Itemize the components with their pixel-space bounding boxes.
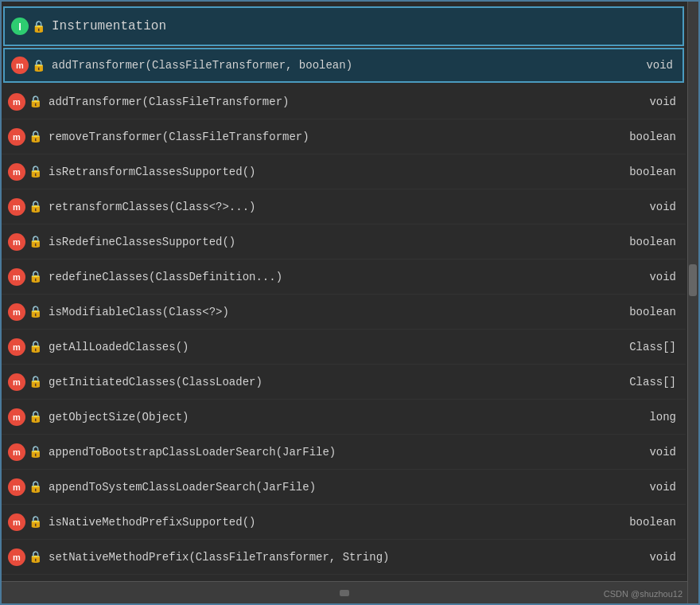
lock-icon: 🔒 — [29, 340, 42, 353]
method-badge: m — [8, 408, 25, 426]
return-type: boolean — [612, 131, 676, 143]
return-type: Class[] — [612, 376, 676, 388]
lock-icon: 🔒 — [29, 410, 42, 424]
return-type: Class[] — [612, 341, 676, 353]
interface-row: I 🔒 Instrumentation — [3, 6, 684, 46]
method-list: I 🔒 Instrumentation m🔒addTransformer(Cla… — [2, 2, 698, 578]
method-name: appendToSystemClassLoaderSearch(JarFile) — [49, 481, 612, 494]
table-row[interactable]: m🔒isRetransformClassesSupported()boolean — [2, 154, 686, 189]
method-badge: m — [8, 303, 25, 321]
table-row[interactable]: m🔒isModifiableClass(Class<?>)boolean — [2, 295, 686, 330]
lock-icon: 🔒 — [32, 59, 45, 72]
return-type: long — [612, 411, 676, 424]
method-name: addTransformer(ClassFileTransformer) — [49, 96, 612, 108]
return-type: void — [612, 201, 676, 213]
table-row[interactable]: m🔒addTransformer(ClassFileTransformer, b… — [3, 48, 684, 83]
lock-icon: 🔒 — [29, 270, 42, 283]
bottom-bar — [2, 581, 687, 603]
lock-icon: 🔒 — [29, 445, 42, 459]
return-type: void — [612, 96, 676, 108]
method-name: retransformClasses(Class<?>...) — [49, 201, 612, 213]
method-rows: m🔒addTransformer(ClassFileTransformer, b… — [2, 48, 686, 575]
bottom-scroll-indicator — [340, 590, 349, 596]
lock-icon: 🔒 — [29, 480, 42, 494]
scroll-thumb[interactable] — [689, 264, 697, 296]
method-badge: m — [8, 93, 25, 111]
return-type: void — [612, 481, 676, 494]
lock-icon: 🔒 — [29, 95, 42, 108]
return-type: boolean — [612, 236, 676, 248]
return-type: boolean — [612, 516, 676, 529]
table-row[interactable]: m🔒appendToBootstrapClassLoaderSearch(Jar… — [2, 435, 686, 470]
scrollbar-right[interactable] — [687, 2, 698, 603]
table-row[interactable]: m🔒retransformClasses(Class<?>...)void — [2, 189, 686, 224]
method-badge: m — [8, 233, 25, 251]
interface-badge: I — [11, 18, 29, 35]
method-badge: m — [11, 57, 29, 74]
method-name: getAllLoadedClasses() — [49, 341, 612, 353]
lock-icon: 🔒 — [29, 550, 42, 564]
method-badge: m — [8, 128, 25, 146]
method-name: isRedefineClassesSupported() — [49, 236, 612, 248]
lock-icon: 🔒 — [32, 20, 45, 33]
return-type: boolean — [612, 166, 676, 178]
lock-icon: 🔒 — [29, 200, 42, 213]
table-row[interactable]: m🔒getInitiatedClasses(ClassLoader)Class[… — [2, 365, 686, 400]
method-badge: m — [8, 198, 25, 216]
method-badge: m — [8, 163, 25, 181]
method-name: removeTransformer(ClassFileTransformer) — [49, 131, 612, 143]
lock-icon: 🔒 — [29, 305, 42, 318]
table-row[interactable]: m🔒isRedefineClassesSupported()boolean — [2, 224, 686, 260]
method-badge: m — [8, 478, 25, 496]
method-name: getInitiatedClasses(ClassLoader) — [49, 376, 612, 388]
method-badge: m — [8, 338, 25, 356]
method-name: isModifiableClass(Class<?>) — [49, 306, 612, 318]
method-badge: m — [8, 513, 25, 531]
method-name: appendToBootstrapClassLoaderSearch(JarFi… — [49, 446, 612, 459]
method-name: redefineClasses(ClassDefinition...) — [49, 271, 612, 283]
method-name: isNativeMethodPrefixSupported() — [49, 516, 612, 529]
method-badge: m — [8, 443, 25, 461]
return-type: void — [612, 446, 676, 459]
lock-icon: 🔒 — [29, 130, 42, 143]
method-name: getObjectSize(Object) — [49, 411, 612, 424]
method-name: isRetransformClassesSupported() — [49, 166, 612, 178]
lock-icon: 🔒 — [29, 375, 42, 388]
table-row[interactable]: m🔒removeTransformer(ClassFileTransformer… — [2, 119, 686, 154]
method-name: setNativeMethodPrefix(ClassFileTransform… — [49, 551, 612, 564]
return-type: void — [612, 271, 676, 283]
table-row[interactable]: m🔒setNativeMethodPrefix(ClassFileTransfo… — [2, 540, 686, 575]
method-name: addTransformer(ClassFileTransformer, boo… — [52, 59, 609, 72]
table-row[interactable]: m🔒getObjectSize(Object)long — [2, 400, 686, 435]
table-row[interactable]: m🔒appendToSystemClassLoaderSearch(JarFil… — [2, 470, 686, 505]
lock-icon: 🔒 — [29, 165, 42, 178]
table-row[interactable]: m🔒redefineClasses(ClassDefinition...)voi… — [2, 260, 686, 295]
interface-name: Instrumentation — [52, 19, 166, 33]
watermark: CSDN @shuzhou12 — [604, 589, 682, 599]
main-container: I 🔒 Instrumentation m🔒addTransformer(Cla… — [0, 0, 700, 605]
return-type: void — [609, 59, 673, 72]
lock-icon: 🔒 — [29, 515, 42, 529]
method-badge: m — [8, 548, 25, 566]
table-row[interactable]: m🔒getAllLoadedClasses()Class[] — [2, 330, 686, 365]
table-row[interactable]: m🔒addTransformer(ClassFileTransformer)vo… — [2, 84, 686, 119]
return-type: boolean — [612, 306, 676, 318]
return-type: void — [612, 551, 676, 564]
method-badge: m — [8, 268, 25, 286]
table-row[interactable]: m🔒isNativeMethodPrefixSupported()boolean — [2, 505, 686, 540]
lock-icon: 🔒 — [29, 235, 42, 248]
method-badge: m — [8, 373, 25, 391]
